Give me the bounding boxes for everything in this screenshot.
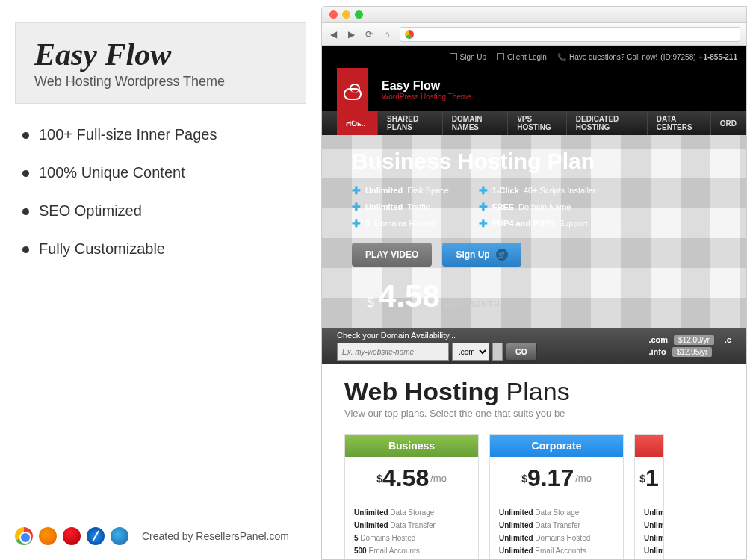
plus-icon: ✚ (352, 184, 361, 196)
plans-title: Web Hosting Plans (344, 377, 724, 406)
plus-icon: ✚ (479, 201, 488, 213)
hero-feat: ✚PHP4 and PHP5 Support (479, 217, 596, 229)
plan-features: Unlimited Data Storage Unlimited Data Tr… (490, 500, 623, 560)
hero-features: ✚Unlimited Disk Space ✚Unlimited Traffic… (352, 184, 746, 229)
plan-card-corporate[interactable]: Corporate $9.17/mo Unlimited Data Storag… (489, 434, 624, 560)
home-icon[interactable]: ⌂ (382, 29, 392, 40)
plan-name (635, 435, 663, 457)
hero-price: $4.58PER MONTH (367, 279, 746, 314)
back-icon[interactable]: ◀ (328, 29, 338, 40)
main-nav: HOME SHARED PLANS DOMAIN NAMES VPS HOSTI… (322, 111, 746, 135)
reload-icon[interactable]: ⟳ (364, 29, 374, 40)
promo-footer: Created by ResellersPanel.com (15, 527, 289, 545)
tld-prices: .com$12.00/yr.c .info$12.95/yr (648, 335, 731, 357)
plan-features: Unlimit Unlimit Unlimit Unlimit (635, 500, 663, 560)
play-video-button[interactable]: PLAY VIDEO (352, 243, 432, 267)
hero-feat: ✚5 Domains Hosted (352, 217, 449, 229)
plans-section: Web Hosting Plans View our top plans. Se… (322, 364, 746, 560)
cloud-icon (344, 88, 362, 100)
plus-icon: ✚ (352, 201, 361, 213)
title-box: Easy Flow Web Hosting Wordpress Theme (15, 22, 306, 104)
hero-feat: ✚Unlimited Traffic (352, 201, 449, 213)
window-titlebar (322, 7, 746, 23)
plan-price: $1 (635, 457, 663, 500)
firefox-icon (39, 527, 57, 545)
nav-domains[interactable]: DOMAIN NAMES (443, 111, 508, 135)
hero-feat: ✚1-Click 40+ Scripts Installer (479, 184, 596, 196)
plus-icon: ✚ (479, 217, 488, 229)
hero-feat: ✚Unlimited Disk Space (352, 184, 449, 196)
nav-datacenters[interactable]: DATA CENTERS (648, 111, 711, 135)
plan-card-business[interactable]: Business $4.58/mo Unlimited Data Storage… (344, 434, 479, 560)
browser-toolbar: ◀ ▶ ⟳ ⌂ (322, 23, 746, 46)
phone-icon: 📞 (557, 53, 566, 61)
user-icon (497, 53, 504, 60)
plan-price: $4.58/mo (345, 457, 478, 500)
ie-icon (111, 527, 128, 545)
plan-price: $9.17/mo (490, 457, 623, 500)
feature-item: 100+ Full-size Inner Pages (22, 126, 306, 143)
nav-vps[interactable]: VPS HOSTING (508, 111, 567, 135)
logo-text: Easy Flow WordPress Hosting Theme (382, 79, 471, 101)
plan-name: Corporate (490, 435, 623, 457)
credit-text: Created by ResellersPanel.com (142, 530, 289, 542)
login-link[interactable]: Client Login (497, 53, 547, 61)
plan-features: Unlimited Data Storage Unlimited Data Tr… (345, 500, 478, 560)
chrome-icon (15, 527, 33, 545)
opera-icon (63, 527, 81, 545)
promo-subtitle: Web Hosting Wordpress Theme (34, 74, 287, 90)
tld-label: .com (648, 335, 668, 344)
signup-link[interactable]: Sign Up (450, 53, 487, 61)
brand-name: Easy Flow (382, 79, 471, 93)
phone-info: 📞Have questions? Call now! (ID:97258) +1… (557, 53, 737, 61)
dropdown-icon[interactable] (492, 343, 503, 361)
site-icon (405, 30, 414, 39)
arrow-icon (450, 53, 457, 60)
signup-button[interactable]: Sign Up🛒 (442, 243, 521, 267)
hero-banner: Business Hosting Plan ✚Unlimited Disk Sp… (322, 135, 746, 328)
maximize-icon[interactable] (355, 10, 363, 19)
promo-title: Easy Flow (34, 37, 287, 72)
domain-label: Check your Domain Availability... (337, 331, 537, 340)
plus-icon: ✚ (352, 217, 361, 229)
browser-window: ◀ ▶ ⟳ ⌂ Sign Up Client Login 📞Have quest… (321, 6, 747, 560)
tld-label: .c (725, 335, 731, 344)
feature-item: Fully Customizable (22, 240, 306, 258)
feature-item: 100% Unique Content (22, 164, 306, 181)
forward-icon[interactable]: ▶ (346, 29, 356, 40)
go-button[interactable]: GO (506, 343, 537, 361)
website: Sign Up Client Login 📞Have questions? Ca… (322, 46, 746, 560)
feature-list: 100+ Full-size Inner Pages 100% Unique C… (15, 126, 306, 258)
nav-order[interactable]: ORD (711, 111, 746, 135)
address-bar[interactable] (400, 27, 740, 42)
tld-label: .info (648, 347, 666, 356)
plan-name: Business (345, 435, 478, 457)
close-icon[interactable] (329, 10, 338, 19)
logo-ribbon[interactable] (337, 68, 368, 120)
domain-search-bar: Check your Domain Availability... .com G… (322, 328, 746, 364)
tld-price: $12.95/yr (672, 347, 713, 357)
nav-dedicated[interactable]: DEDICATED HOSTING (567, 111, 648, 135)
plus-icon: ✚ (479, 184, 488, 196)
site-topbar: Sign Up Client Login 📞Have questions? Ca… (322, 46, 746, 68)
minimize-icon[interactable] (342, 10, 350, 19)
tld-select[interactable]: .com (452, 343, 489, 361)
promo-panel: Easy Flow Web Hosting Wordpress Theme 10… (0, 0, 321, 560)
plans-subtitle: View our top plans. Select the one that … (344, 408, 724, 419)
tld-price: $12.00/yr (674, 335, 714, 345)
site-header: Easy Flow WordPress Hosting Theme (322, 68, 746, 111)
nav-shared[interactable]: SHARED PLANS (378, 111, 443, 135)
plan-card-third[interactable]: $1 Unlimit Unlimit Unlimit Unlimit (634, 434, 664, 560)
hero-title: Business Hosting Plan (352, 149, 746, 174)
hero-feat: ✚FREE Domain Name (479, 201, 596, 213)
feature-item: SEO Optimized (22, 202, 306, 220)
plans-row: Business $4.58/mo Unlimited Data Storage… (344, 434, 724, 560)
domain-input[interactable] (337, 343, 449, 361)
cart-icon: 🛒 (496, 249, 508, 261)
brand-tagline: WordPress Hosting Theme (382, 93, 471, 101)
safari-icon (87, 527, 105, 545)
